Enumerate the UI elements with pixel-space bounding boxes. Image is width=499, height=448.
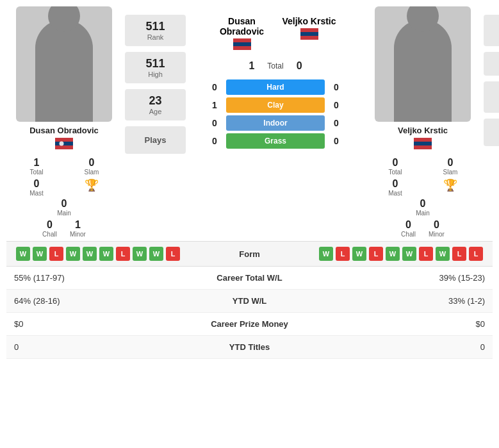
- right-minor-value: 0: [434, 219, 439, 231]
- table-right-val: 39% (15-23): [322, 267, 493, 290]
- left-player-stats: 1 Total 0 Slam 0 Mast 🏆 0: [6, 157, 122, 197]
- center-left-name: Dusan Obradovic: [208, 16, 275, 54]
- form-right-badge-1: L: [336, 247, 350, 261]
- court-badge: Hard: [226, 79, 325, 95]
- right-age-label: Age: [491, 100, 499, 108]
- svg-rect-1: [55, 142, 73, 145]
- right-rank-section: N/A Rank High High 20 Age Plays: [484, 6, 499, 238]
- left-rank-label: Rank: [133, 33, 178, 41]
- table-center-label: Career Total W/L: [177, 267, 323, 290]
- table-row: 55% (117-97) Career Total W/L 39% (15-23…: [6, 267, 493, 290]
- table-right-val: 0: [322, 336, 493, 359]
- left-rank-panel: 511 Rank: [125, 15, 186, 46]
- court-badge: Grass: [226, 133, 325, 149]
- court-row-hard: 0 Hard 0: [208, 79, 343, 95]
- right-player-card: Veljko Krstic 0 Total 0 Slam: [365, 6, 480, 238]
- right-trophy: 🏆: [427, 178, 474, 197]
- court-left-score: 0: [208, 82, 221, 92]
- left-minor-stat: 1 Minor: [70, 219, 86, 238]
- form-left-badge-4: W: [83, 247, 97, 261]
- right-rank-panel: N/A Rank: [484, 15, 499, 46]
- form-right-badge-2: W: [352, 247, 366, 261]
- svg-rect-2: [55, 145, 73, 149]
- left-mast-label: Mast: [29, 190, 44, 197]
- left-plays-label: Plays: [133, 135, 178, 145]
- form-left-badge-9: L: [166, 247, 180, 261]
- left-total-stat: 1 Total: [13, 157, 60, 176]
- right-chall-label: Chall: [401, 231, 416, 238]
- svg-point-3: [60, 142, 64, 146]
- right-total-value: 0: [393, 157, 398, 169]
- form-left-badge-0: W: [16, 247, 30, 261]
- left-age-value: 23: [133, 94, 178, 108]
- right-mast-stat: 0 Mast: [372, 178, 419, 197]
- center-right-total: 0: [297, 60, 302, 72]
- right-flag-center: [275, 28, 343, 42]
- left-minor-label: Minor: [70, 231, 86, 238]
- court-right-score: 0: [330, 100, 343, 110]
- svg-rect-10: [414, 138, 432, 142]
- left-mast-stat: 0 Mast: [13, 178, 60, 197]
- svg-rect-8: [300, 32, 318, 36]
- right-player-photo: [375, 6, 471, 122]
- left-plays-panel: Plays: [125, 126, 186, 154]
- right-age-panel: 20 Age: [484, 81, 499, 113]
- right-trophy-icon: 🏆: [443, 178, 457, 192]
- main-container: Dusan Obradovic 1 Total 0: [0, 0, 499, 365]
- table-left-val: $0: [6, 313, 177, 336]
- court-left-score: 0: [208, 118, 221, 128]
- right-rank-value: N/A: [491, 20, 499, 33]
- left-chall-label: Chall: [42, 231, 57, 238]
- svg-rect-4: [233, 38, 251, 42]
- form-label: Form: [224, 249, 275, 259]
- left-high-panel: 511 High: [125, 52, 186, 83]
- players-wrapper: Dusan Obradovic 1 Total 0: [6, 6, 493, 238]
- table-center-label: YTD Titles: [177, 336, 323, 359]
- left-total-value: 1: [34, 157, 40, 169]
- form-left-badge-2: L: [49, 247, 63, 261]
- left-mast-value: 0: [34, 178, 40, 190]
- center-column: Dusan Obradovic Veljko Krstic: [205, 6, 346, 238]
- form-left-badge-8: W: [149, 247, 163, 261]
- left-rank-section: 511 Rank 511 High 23 Age Plays: [125, 6, 186, 238]
- court-rows: 0 Hard 0 1 Clay 0 0 Indoor 0 0 Grass 0: [208, 77, 343, 151]
- form-right-badge-8: L: [452, 247, 466, 261]
- right-total-stat: 0 Total: [372, 157, 419, 176]
- svg-rect-6: [233, 46, 251, 50]
- right-slam-value: 0: [448, 157, 454, 169]
- form-section: WWLWWWLWWL Form WLWLWWLWLL: [6, 241, 493, 267]
- svg-rect-12: [414, 145, 432, 149]
- right-high-value: High: [491, 57, 499, 71]
- right-player-area: N/A Rank High High 20 Age Plays: [346, 6, 499, 238]
- form-right-badge-7: W: [436, 247, 450, 261]
- court-right-score: 0: [330, 82, 343, 92]
- form-left-badge-5: W: [99, 247, 113, 261]
- total-row: 1 Total 0: [208, 60, 343, 72]
- court-left-score: 0: [208, 136, 221, 146]
- center-right-name: Veljko Krstic: [275, 16, 343, 54]
- left-slam-stat: 0 Slam: [68, 157, 115, 176]
- left-high-label: High: [133, 71, 178, 78]
- right-slam-label: Slam: [443, 169, 458, 176]
- court-right-score: 0: [330, 118, 343, 128]
- form-right-badge-5: W: [402, 247, 416, 261]
- svg-rect-11: [414, 142, 432, 145]
- left-player-card: Dusan Obradovic 1 Total 0: [6, 6, 122, 238]
- right-player-name: Veljko Krstic: [398, 126, 448, 135]
- right-total-label: Total: [388, 169, 402, 176]
- left-player-flag: [55, 138, 73, 149]
- form-right-badge-6: L: [419, 247, 433, 261]
- right-name-display: Veljko Krstic: [275, 16, 343, 26]
- right-plays-label: Plays: [491, 128, 499, 137]
- court-row-grass: 0 Grass 0: [208, 133, 343, 149]
- left-high-value: 511: [133, 57, 178, 71]
- left-player-photo: [16, 6, 112, 122]
- table-right-val: 33% (1-2): [322, 290, 493, 313]
- left-age-label: Age: [133, 108, 178, 115]
- right-main-stat: 0 Main: [416, 198, 430, 217]
- left-name-display2: Obradovic: [208, 26, 275, 37]
- court-badge: Indoor: [226, 115, 325, 131]
- left-main-label: Main: [57, 210, 71, 217]
- left-player-silhouette: [35, 19, 93, 122]
- form-badges-left: WWLWWWLWWL: [16, 247, 224, 261]
